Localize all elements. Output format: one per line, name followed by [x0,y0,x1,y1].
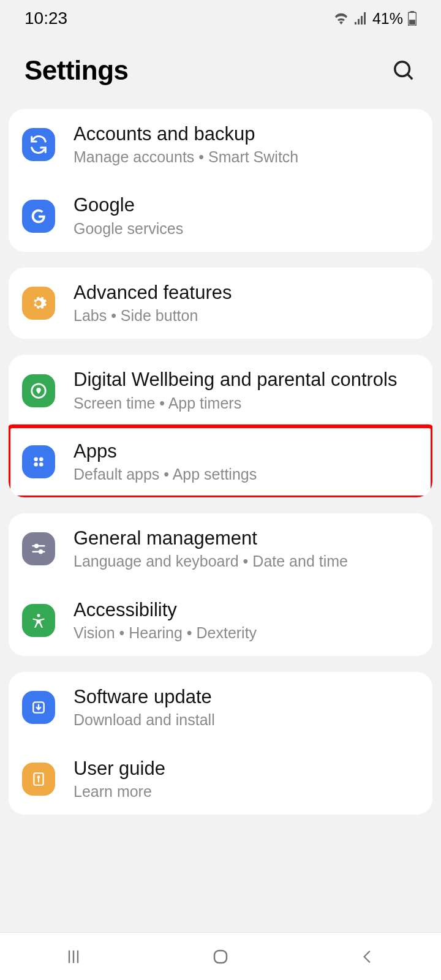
item-text: Accounts and backupManage accounts • Sma… [74,123,419,167]
item-subtitle: Manage accounts • Smart Switch [74,148,419,167]
settings-item-google[interactable]: GoogleGoogle services [9,180,432,251]
settings-item-advanced-features[interactable]: Advanced featuresLabs • Side button [9,268,432,339]
accessibility-icon [22,604,55,637]
svg-rect-21 [214,951,227,963]
item-subtitle: Screen time • App timers [74,394,419,413]
search-icon [392,59,415,82]
svg-point-14 [37,614,40,617]
item-title: General management [74,527,419,549]
svg-rect-1 [410,11,415,13]
back-button[interactable] [349,944,386,969]
item-subtitle: Download and install [74,710,419,729]
settings-group: Accounts and backupManage accounts • Sma… [9,109,432,252]
svg-line-4 [407,74,412,79]
item-subtitle: Labs • Side button [74,306,419,325]
update-icon [22,691,55,724]
recents-button[interactable] [55,944,92,969]
wellbeing-icon [22,374,55,407]
page-title: Settings [24,55,129,86]
item-subtitle: Learn more [74,782,419,801]
settings-group: General managementLanguage and keyboard … [9,513,432,656]
settings-item-accessibility[interactable]: AccessibilityVision • Hearing • Dexterit… [9,585,432,656]
settings-item-user-guide[interactable]: User guideLearn more [9,744,432,815]
settings-item-accounts-and-backup[interactable]: Accounts and backupManage accounts • Sma… [9,109,432,180]
svg-point-9 [39,462,43,467]
gear-icon [22,287,55,320]
google-icon [22,200,55,233]
settings-item-software-update[interactable]: Software updateDownload and install [9,672,432,743]
item-text: Advanced featuresLabs • Side button [74,281,419,325]
item-subtitle: Default apps • App settings [74,465,419,484]
item-text: Software updateDownload and install [74,685,419,729]
item-text: Digital Wellbeing and parental controlsS… [74,368,419,412]
item-title: Google [74,194,419,216]
svg-point-3 [395,62,410,77]
sync-icon [22,128,55,161]
sliders-icon [22,532,55,565]
item-text: AccessibilityVision • Hearing • Dexterit… [74,598,419,643]
svg-point-8 [34,462,38,467]
svg-point-6 [34,457,38,461]
home-button[interactable] [202,944,239,969]
settings-item-digital-wellbeing-and-parental-controls[interactable]: Digital Wellbeing and parental controlsS… [9,355,432,426]
item-subtitle: Google services [74,219,419,238]
svg-point-13 [39,551,42,554]
item-text: General managementLanguage and keyboard … [74,527,419,571]
search-button[interactable] [391,58,417,83]
item-title: User guide [74,757,419,780]
svg-point-7 [39,457,43,461]
page-header: Settings [0,32,441,109]
svg-point-17 [38,776,40,778]
item-title: Accessibility [74,598,419,621]
item-text: User guideLearn more [74,757,419,801]
settings-item-apps[interactable]: AppsDefault apps • App settings [9,426,432,497]
status-time: 10:23 [24,9,67,28]
item-text: AppsDefault apps • App settings [74,440,419,484]
battery-icon [408,11,417,26]
item-subtitle: Language and keyboard • Date and time [74,552,419,571]
item-subtitle: Vision • Hearing • Dexterity [74,624,419,643]
status-indicators: 41% [333,10,417,28]
svg-rect-2 [409,20,415,24]
settings-group: Software updateDownload and installUser … [9,672,432,815]
status-bar: 10:23 41% [0,0,441,32]
item-title: Accounts and backup [74,123,419,145]
guide-icon [22,763,55,796]
item-title: Apps [74,440,419,462]
item-title: Advanced features [74,281,419,304]
wifi-icon [333,12,349,24]
item-title: Digital Wellbeing and parental controls [74,368,419,391]
settings-group: Digital Wellbeing and parental controlsS… [9,355,432,497]
apps-icon [22,445,55,478]
svg-point-11 [35,545,38,548]
settings-item-general-management[interactable]: General managementLanguage and keyboard … [9,513,432,584]
system-nav-bar [0,932,441,980]
settings-group: Advanced featuresLabs • Side button [9,268,432,339]
item-text: GoogleGoogle services [74,194,419,238]
item-title: Software update [74,685,419,708]
signal-icon [354,12,368,24]
battery-percent: 41% [372,10,403,28]
